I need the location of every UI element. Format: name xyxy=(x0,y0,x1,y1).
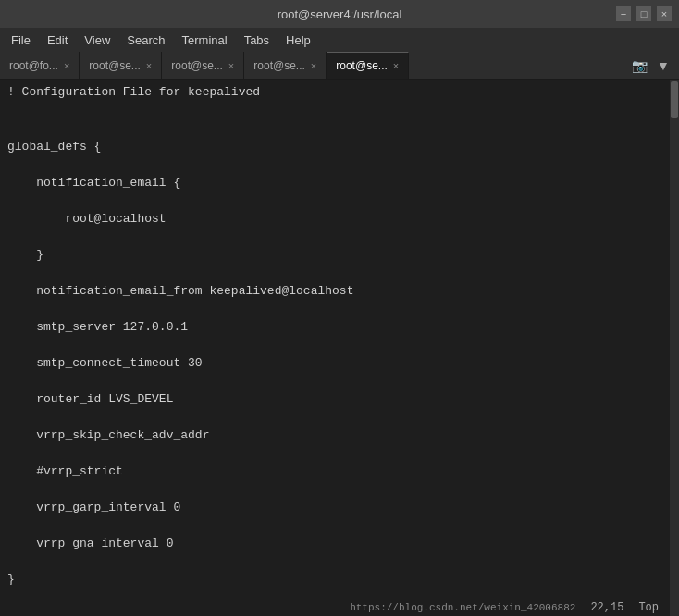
line-12: #vrrp_strict xyxy=(7,462,662,481)
minimize-button[interactable]: − xyxy=(616,6,631,21)
menu-view[interactable]: View xyxy=(77,31,117,49)
status-bar: https://blog.csdn.net/weixin_42006882 22… xyxy=(350,599,659,616)
tab-2-close[interactable]: × xyxy=(146,60,152,71)
scrollbar-thumb[interactable] xyxy=(671,81,678,118)
menu-terminal[interactable]: Terminal xyxy=(175,31,235,49)
scroll-position: Top xyxy=(638,599,659,616)
tab-4[interactable]: root@se... × xyxy=(244,52,327,79)
line-13: vrrp_garp_interval 0 xyxy=(7,499,662,517)
tab-2-label: root@se... xyxy=(89,59,141,72)
menu-edit[interactable]: Edit xyxy=(40,31,75,49)
line-5: root@localhost xyxy=(7,210,662,228)
tab-1-label: root@fo... xyxy=(9,59,58,72)
line-10: router_id LVS_DEVEL xyxy=(7,390,662,409)
terminal-content[interactable]: ! Configuration File for keepalived glob… xyxy=(0,80,670,616)
close-button[interactable]: × xyxy=(657,6,672,21)
tab-5-label: root@se... xyxy=(336,59,388,72)
tab-1[interactable]: root@fo... × xyxy=(0,52,80,79)
tab-dropdown-button[interactable]: ▼ xyxy=(653,55,673,76)
window-title: root@server4:/usr/local xyxy=(63,7,616,21)
tab-3[interactable]: root@se... × xyxy=(162,52,244,79)
tab-4-close[interactable]: × xyxy=(311,60,316,71)
maximize-button[interactable]: □ xyxy=(636,6,651,21)
menu-search[interactable]: Search xyxy=(119,31,172,49)
line-6: } xyxy=(7,246,662,265)
url-text: https://blog.csdn.net/weixin_42006882 xyxy=(350,600,575,616)
tab-1-close[interactable]: × xyxy=(64,60,69,71)
line-7: notification_email_from keepalived@local… xyxy=(7,282,662,301)
title-bar: root@server4:/usr/local − □ × xyxy=(0,0,679,28)
tab-bar: root@fo... × root@se... × root@se... × r… xyxy=(0,52,679,80)
menu-help[interactable]: Help xyxy=(278,31,318,49)
tab-4-label: root@se... xyxy=(253,59,305,72)
window-controls: − □ × xyxy=(616,6,672,21)
tab-5-close[interactable]: × xyxy=(393,60,399,71)
menu-bar: File Edit View Search Terminal Tabs Help xyxy=(0,28,679,52)
tab-3-close[interactable]: × xyxy=(228,60,234,71)
cursor-position: 22,15 xyxy=(590,599,623,616)
tab-5[interactable]: root@se... × xyxy=(327,52,409,79)
tab-2[interactable]: root@se... × xyxy=(80,52,162,79)
scrollbar[interactable] xyxy=(670,80,679,616)
line-3: global_defs { xyxy=(7,138,662,156)
menu-file[interactable]: File xyxy=(4,31,38,49)
line-1: ! Configuration File for keepalived xyxy=(7,83,662,102)
line-9: smtp_connect_timeout 30 xyxy=(7,354,662,373)
terminal-wrap: ! Configuration File for keepalived glob… xyxy=(0,80,679,616)
menu-tabs[interactable]: Tabs xyxy=(237,31,277,49)
tab-extras: 📷 ▼ xyxy=(623,52,679,79)
tab-3-label: root@se... xyxy=(171,59,223,72)
line-8: smtp_server 127.0.0.1 xyxy=(7,318,662,337)
line-14: vrrp_gna_interval 0 xyxy=(7,535,662,553)
line-4: notification_email { xyxy=(7,174,662,192)
line-11: vrrp_skip_check_adv_addr xyxy=(7,426,662,445)
terminal-text: ! Configuration File for keepalived glob… xyxy=(7,83,662,616)
tab-new-button[interactable]: 📷 xyxy=(629,55,649,76)
line-15: } xyxy=(7,571,662,589)
